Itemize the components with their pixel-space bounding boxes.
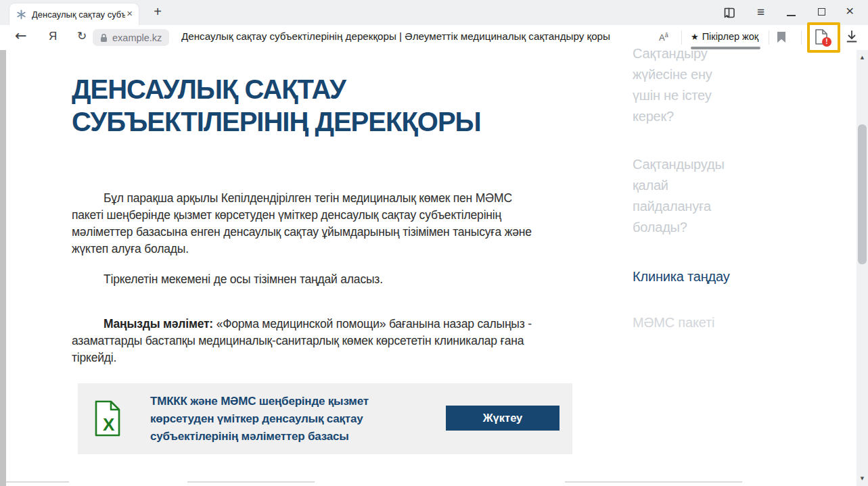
menu-icon[interactable]: ≡ <box>757 5 764 20</box>
tab-strip: Денсаулық сақтау субъ × + ≡ × <box>0 0 868 25</box>
sidebar-link-insurance-join[interactable]: Сақтандыру жүйесіне ену үшін не істеу ке… <box>633 43 737 127</box>
alert-badge: ! <box>822 37 831 47</box>
omnibox-page-title[interactable]: Денсаулық сақтау субъектілерінің дерекқо… <box>181 30 610 42</box>
toolbar-divider <box>801 30 802 45</box>
important-label: Маңызды мәлімет: <box>104 317 213 331</box>
translate-letter: A <box>659 32 665 43</box>
footer-divider <box>6 481 69 483</box>
scroll-down-icon[interactable]: ▼ <box>856 476 868 481</box>
url-host: example.kz <box>112 32 162 43</box>
footer-divider <box>565 481 742 483</box>
sidebar-link-mams-package[interactable]: МӘМС пакеті <box>633 312 737 333</box>
download-icon[interactable] <box>845 30 859 45</box>
scrollbar[interactable]: ▲ ▼ <box>856 50 868 486</box>
scroll-up-icon[interactable]: ▲ <box>856 55 868 60</box>
maximize-icon[interactable] <box>818 8 825 16</box>
tab-title: Денсаулық сақтау субъ <box>32 9 125 20</box>
lock-icon <box>100 33 108 43</box>
translate-small-letter: ǎ <box>665 32 668 39</box>
collections-icon[interactable] <box>723 6 736 20</box>
reviews-button[interactable]: ★Пікірлер жоқ <box>691 31 758 42</box>
page-info-button[interactable]: ! <box>814 28 831 47</box>
minimize-icon[interactable] <box>787 15 796 16</box>
star-icon: ★ <box>691 32 699 42</box>
toolbar-divider <box>681 30 682 45</box>
tab-close-icon[interactable]: × <box>127 7 133 19</box>
browser-window: Денсаулық сақтау субъ × + ≡ × ← Я ↻ exam… <box>0 0 868 486</box>
reviews-label: Пікірлер жоқ <box>702 31 759 42</box>
download-card: X ТМККК және МӘМС шеңберінде қызмет көрс… <box>78 383 572 454</box>
page-heading: ДЕНСАУЛЫҚ САҚТАУ СУБЪЕКТІЛЕРІНІҢ ДЕРЕКҚО… <box>72 73 559 138</box>
yandex-icon[interactable]: Я <box>49 30 57 43</box>
paragraph-important: Маңызды мәлімет: «Форма медицинской помо… <box>72 316 545 366</box>
sidebar-link-insurance-use[interactable]: Сақтандыруды қалай пайдалануға болады? <box>633 154 737 238</box>
download-description: ТМККК және МӘМС шеңберінде қызмет көрсет… <box>150 393 414 445</box>
footer-divider <box>187 481 315 483</box>
paragraph-register: Тіркелетін мекемені де осы тізімнен таңд… <box>72 271 545 288</box>
back-icon[interactable]: ← <box>15 28 27 44</box>
page-edge-strip <box>0 50 6 486</box>
new-tab-icon[interactable]: + <box>150 4 165 20</box>
svg-text:X: X <box>103 414 115 435</box>
site-favicon-icon <box>16 9 26 20</box>
toolbar-divider <box>769 30 769 45</box>
url-host-pill[interactable]: example.kz <box>93 29 169 46</box>
download-button[interactable]: Жүктеу <box>446 406 559 431</box>
sidebar-link-clinic-select[interactable]: Клиника таңдау <box>633 266 737 287</box>
active-tab[interactable]: Денсаулық сақтау субъ × <box>9 3 139 25</box>
window-close-icon[interactable]: × <box>846 3 854 19</box>
browser-toolbar: ← Я ↻ example.kz Денсаулық сақтау субъек… <box>0 25 868 51</box>
scrollbar-thumb[interactable] <box>858 124 867 264</box>
translate-icon[interactable]: Aǎ <box>659 32 668 43</box>
page-viewport: ДЕНСАУЛЫҚ САҚТАУ СУБЪЕКТІЛЕРІНІҢ ДЕРЕКҚО… <box>0 50 868 486</box>
excel-file-icon: X <box>93 400 122 437</box>
refresh-icon[interactable]: ↻ <box>77 29 87 43</box>
bookmark-icon[interactable] <box>777 31 786 43</box>
paragraph-intro: Бұл парақша арқылы Кепілдендірілген тегі… <box>72 190 545 258</box>
